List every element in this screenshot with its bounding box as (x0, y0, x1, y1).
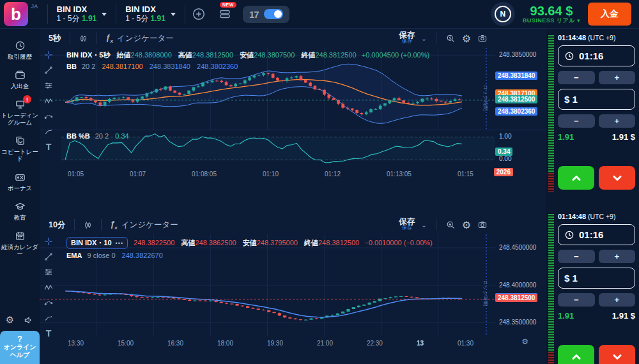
sidebar-item-calendar[interactable]: 経済カレンダー (0, 225, 40, 262)
layout-button[interactable]: NEW (219, 8, 231, 20)
price-axis[interactable]: 248.4500000248.4000000248.3500000248.382… (495, 234, 546, 336)
amount-minus-button[interactable]: − (558, 114, 595, 128)
timeframe-button[interactable]: 10分 (45, 218, 69, 232)
amount-input[interactable]: $ 1 (558, 89, 635, 110)
save-caret-icon[interactable]: ⌄ (421, 35, 426, 42)
pattern-tool-icon[interactable] (43, 95, 54, 106)
copy-trade-icon (14, 135, 26, 147)
hlines-tool-icon[interactable] (43, 266, 54, 277)
trendline-tool-icon[interactable] (43, 251, 54, 262)
chevron-down-icon (102, 13, 107, 16)
sentiment-bar-2 (548, 214, 554, 364)
time-tick: 01:30 (458, 340, 473, 347)
tv-switch[interactable] (264, 9, 283, 19)
price-axis[interactable]: 248.3850000248.3831840248.3817100248.381… (495, 48, 546, 130)
help-label: オンラインヘルプ (1, 344, 38, 359)
ellipsis-menu-icon[interactable]: ••• (116, 240, 123, 246)
amount-input[interactable]: $ 1 (558, 268, 635, 289)
candle-style-button[interactable] (75, 33, 91, 45)
buy-up-button[interactable] (558, 166, 594, 190)
asset-tab-2[interactable]: BIN IDX 1 - 5分 1.91 (116, 0, 185, 28)
save-button[interactable]: 保存保存 (399, 218, 415, 231)
sidebar-item-education[interactable]: 教育 (0, 196, 40, 225)
time-tick: 01:05 (68, 171, 84, 178)
save-caret-icon[interactable]: ⌄ (421, 222, 426, 229)
time-tick: 22:30 (367, 340, 383, 347)
utc-offset: (UTC +9) (588, 213, 615, 220)
topbar: b JA BIN IDX 1 - 5分 1.91 BIN IDX 1 - 5分 … (0, 0, 639, 29)
add-chart-button[interactable] (192, 7, 206, 21)
axis-settings-gear-icon[interactable]: ⚙ (521, 337, 528, 346)
forecast-tool-icon[interactable] (43, 110, 54, 121)
sidebar-item-wallet[interactable]: 入出金 (0, 64, 40, 94)
settings-gear-icon[interactable]: ⚙ (6, 314, 14, 326)
sidebar-item-bonus[interactable]: ボーナス (0, 167, 40, 196)
asset-payout: 1.91 (82, 14, 96, 23)
time-tick: 01:10 (263, 171, 279, 178)
payout-total: 1.91 $ (612, 132, 635, 142)
price-tick: 248.4000000 (499, 282, 536, 289)
server-time: 01:14:48 (558, 213, 586, 220)
quick-search-icon[interactable] (445, 33, 456, 43)
sound-speaker-icon[interactable] (23, 315, 34, 326)
drawing-tools: T (40, 236, 58, 338)
brush-tool-icon[interactable] (43, 126, 54, 137)
sentiment-bar-1 (548, 35, 554, 192)
expiry-time-input[interactable]: 01:16 (558, 45, 635, 66)
text-tool-icon[interactable]: T (46, 328, 52, 338)
hlines-tool-icon[interactable] (43, 80, 54, 91)
sidebar-item-history-clock[interactable]: 取引履歴 (0, 35, 40, 64)
expiry-minus-button[interactable]: − (558, 250, 595, 263)
online-help-button[interactable]: ? オンラインヘルプ (0, 331, 40, 364)
crosshair-tool-icon[interactable] (43, 49, 54, 60)
tradingview-toggle[interactable]: 17 (243, 6, 289, 23)
chevron-down-icon (171, 13, 176, 16)
sidebar: 取引履歴入出金!トレーディングルームコピートレードボーナス教育経済カレンダー ⚙… (0, 29, 40, 364)
payout-multiplier: 1.91 (558, 132, 574, 142)
buy-down-button[interactable] (599, 345, 635, 364)
avatar-initial: N (495, 6, 511, 22)
sidebar-item-label: コピートレード (1, 148, 39, 162)
sidebar-item-copy-trade[interactable]: コピートレード (0, 130, 40, 167)
subpanel-axis: 1.000.340.00 (495, 130, 546, 167)
forecast-tool-icon[interactable] (43, 297, 54, 308)
deposit-button[interactable]: 入金 (588, 3, 631, 26)
amount-plus-button[interactable]: + (599, 293, 636, 307)
trendline-tool-icon[interactable] (43, 64, 54, 75)
tradingview-icon: 17 (249, 9, 259, 20)
divider (185, 4, 185, 24)
subpanel-plot[interactable] (40, 130, 495, 167)
text-tool-icon[interactable]: T (46, 141, 52, 152)
chart-settings-gear-icon[interactable]: ⚙ (462, 33, 471, 45)
symbol-menu-button[interactable]: BIN IDX・10 ••• (66, 237, 128, 249)
buy-down-button[interactable] (599, 166, 635, 190)
bonus-icon (14, 171, 26, 183)
brush-tool-icon[interactable] (43, 312, 54, 323)
crosshair-tool-icon[interactable] (43, 236, 54, 246)
screenshot-camera-icon[interactable] (477, 220, 488, 230)
expiry-time-input[interactable]: 01:16 (558, 224, 635, 245)
candle-style-button[interactable] (80, 219, 96, 231)
expiry-plus-button[interactable]: + (599, 250, 636, 263)
screenshot-camera-icon[interactable] (477, 33, 488, 43)
amount-plus-button[interactable]: + (599, 114, 636, 128)
save-button[interactable]: 保存保存 (399, 32, 415, 45)
sidebar-item-trading-room[interactable]: !トレーディングルーム (0, 94, 40, 130)
quick-search-icon[interactable] (445, 220, 456, 230)
amount-minus-button[interactable]: − (558, 293, 595, 307)
expiry-plus-button[interactable]: + (599, 71, 636, 84)
chart-plot[interactable]: ロック時間 (40, 234, 495, 336)
asset-tab-1[interactable]: BIN IDX 1 - 5分 1.91 (48, 0, 116, 28)
chart-settings-gear-icon[interactable]: ⚙ (462, 219, 471, 231)
account-avatar[interactable]: N (491, 2, 515, 26)
pattern-tool-icon[interactable] (43, 282, 54, 292)
indicators-button[interactable]: ƒx インジケーター (102, 32, 176, 45)
trade-panel: 01:14:48 (UTC +9) 01:16 − + $ 1 − + 1.91… (546, 29, 639, 364)
expiry-minus-button[interactable]: − (558, 71, 595, 84)
balance-block[interactable]: 93.64 $ BUSINESS リアル ▾ (523, 4, 580, 24)
chart-plot[interactable]: ロック時間 (40, 48, 495, 130)
indicators-button[interactable]: ƒx インジケーター (107, 218, 181, 232)
buy-up-button[interactable] (558, 345, 594, 364)
timeframe-button[interactable]: 5秒 (45, 32, 65, 45)
app-logo[interactable]: b (4, 2, 28, 26)
